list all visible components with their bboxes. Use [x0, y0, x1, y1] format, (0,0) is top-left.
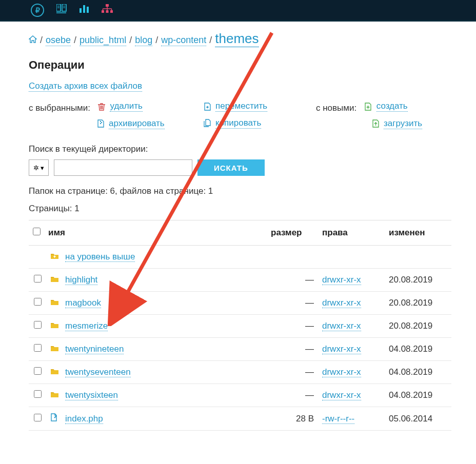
folder-icon [50, 275, 59, 285]
search-input[interactable] [54, 159, 192, 176]
file-date: 20.08.2019 [385, 292, 451, 315]
search-button[interactable]: ИСКАТЬ [197, 159, 265, 176]
folder-icon [50, 321, 59, 331]
svg-rect-20 [101, 122, 102, 123]
sitemap-icon[interactable] [102, 4, 113, 16]
permissions-link[interactable]: drwxr-xr-x [322, 321, 361, 331]
file-date: 04.08.2019 [385, 384, 451, 407]
table-row: magbook—drwxr-xr-x20.08.2019 [29, 292, 451, 315]
row-checkbox[interactable] [34, 390, 42, 398]
row-checkbox[interactable] [34, 367, 42, 375]
copy-link[interactable]: копировать [215, 118, 261, 129]
up-level-link[interactable]: на уровень выше [65, 252, 135, 262]
svg-rect-21 [100, 123, 101, 124]
col-size: размер [267, 220, 318, 246]
operations-row: с выбранными: удалить архивировать [29, 101, 451, 130]
archive-file-icon [96, 119, 105, 128]
permissions-link[interactable]: drwxr-xr-x [322, 344, 361, 354]
breadcrumb: / osebe / public_html / blog / wp-conten… [29, 31, 451, 47]
upload-link[interactable]: загрузить [384, 118, 422, 129]
search-settings-button[interactable]: ✲▾ [29, 159, 49, 176]
breadcrumb-link[interactable]: osebe [46, 35, 71, 46]
bars-icon[interactable] [79, 4, 89, 16]
permissions-link[interactable]: drwxr-xr-x [322, 275, 361, 285]
home-icon[interactable] [29, 35, 37, 46]
table-row: mesmerize—drwxr-xr-x20.08.2019 [29, 315, 451, 338]
file-date: 20.08.2019 [385, 269, 451, 292]
svg-rect-13 [110, 10, 113, 13]
operations-heading: Операции [29, 58, 451, 72]
file-name-link[interactable]: magbook [65, 298, 101, 308]
file-name-link[interactable]: highlight [65, 275, 97, 285]
file-name-link[interactable]: twentyseventeen [65, 367, 131, 377]
ruble-icon[interactable]: ₽ [31, 4, 44, 17]
gear-icon: ✲ [33, 164, 39, 172]
file-size: — [267, 315, 318, 338]
move-file-icon [203, 102, 211, 111]
file-name-link[interactable]: index.php [65, 414, 103, 424]
file-size: — [267, 269, 318, 292]
file-date: 04.08.2019 [385, 361, 451, 384]
select-all-checkbox[interactable] [33, 228, 41, 235]
svg-rect-7 [80, 8, 82, 13]
stats-icon[interactable] [56, 4, 67, 16]
file-table: имя размер права изменен на уровень выше… [29, 220, 451, 431]
pages-line: Страницы: 1 [29, 204, 451, 214]
table-row: highlight—drwxr-xr-x20.08.2019 [29, 269, 451, 292]
file-name-link[interactable]: twentysixteen [65, 390, 118, 400]
folder-icon [50, 367, 59, 377]
folder-icon [50, 390, 59, 400]
svg-rect-9 [87, 7, 89, 13]
create-file-icon [364, 102, 372, 111]
table-row: twentysixteen—drwxr-xr-x04.08.2019 [29, 384, 451, 407]
permissions-link[interactable]: -rw-r--r-- [322, 414, 354, 424]
svg-rect-8 [83, 5, 85, 13]
file-name-link[interactable]: mesmerize [65, 321, 108, 331]
col-modified: изменен [385, 220, 451, 246]
folder-up-icon [50, 252, 59, 261]
row-checkbox[interactable] [34, 344, 42, 352]
file-size: — [267, 384, 318, 407]
row-checkbox[interactable] [34, 414, 42, 421]
upload-file-icon [371, 119, 380, 128]
top-nav-bar: ₽ [0, 0, 476, 22]
breadcrumb-link[interactable]: public_html [80, 35, 126, 46]
with-selected-label: с выбранными: [29, 103, 90, 113]
breadcrumb-current[interactable]: themes [215, 31, 259, 47]
breadcrumb-link[interactable]: wp-content [161, 35, 206, 46]
up-level-row: на уровень выше [29, 246, 451, 269]
archive-all-link[interactable]: Создать архив всех файлов [29, 81, 142, 92]
svg-rect-12 [106, 10, 109, 13]
file-icon [50, 414, 57, 423]
delete-link[interactable]: удалить [110, 101, 142, 112]
file-name-link[interactable]: twentynineteen [65, 344, 124, 354]
copy-file-icon [203, 118, 211, 128]
file-size: — [267, 361, 318, 384]
col-name: имя [46, 220, 267, 246]
caret-down-icon: ▾ [41, 164, 44, 172]
table-row: index.php28 B-rw-r--r--05.06.2014 [29, 407, 451, 431]
create-link[interactable]: создать [376, 101, 408, 112]
row-checkbox[interactable] [34, 275, 42, 283]
move-link[interactable]: переместить [215, 101, 267, 112]
svg-rect-10 [106, 4, 109, 7]
permissions-link[interactable]: drwxr-xr-x [322, 298, 361, 308]
svg-rect-19 [100, 121, 101, 122]
breadcrumb-link[interactable]: blog [135, 35, 152, 46]
file-date: 05.06.2014 [385, 407, 451, 431]
file-size: — [267, 338, 318, 361]
with-new-label: с новыми: [316, 103, 356, 113]
row-checkbox[interactable] [34, 321, 42, 329]
archive-link[interactable]: архивировать [109, 118, 165, 129]
col-perms: права [318, 220, 385, 246]
folder-icon [50, 344, 59, 354]
trash-icon [97, 102, 106, 111]
permissions-link[interactable]: drwxr-xr-x [322, 367, 361, 377]
svg-rect-11 [102, 10, 104, 13]
row-checkbox[interactable] [34, 298, 42, 306]
file-date: 20.08.2019 [385, 315, 451, 338]
table-row: twentynineteen—drwxr-xr-x04.08.2019 [29, 338, 451, 361]
permissions-link[interactable]: drwxr-xr-x [322, 390, 361, 400]
counts-line: Папок на странице: 6, файлов на странице… [29, 186, 451, 196]
table-row: twentyseventeen—drwxr-xr-x04.08.2019 [29, 361, 451, 384]
